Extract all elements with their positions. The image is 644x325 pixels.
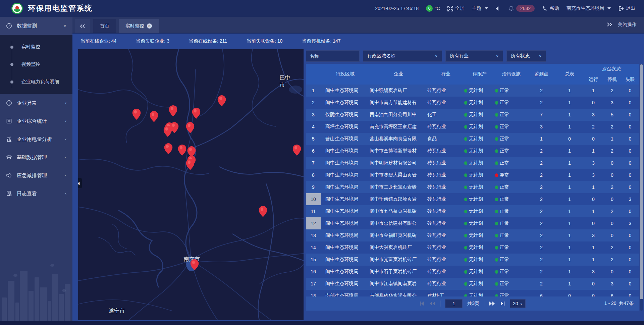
- cell-lost: 0: [621, 205, 639, 217]
- table-row-9[interactable]: 9阆中生态环境局阆中市二龙长宝页岩砖砖瓦行业无计划正常21120: [306, 181, 639, 193]
- map-pin-3[interactable]: [192, 108, 201, 119]
- table-scrollbar[interactable]: [640, 64, 643, 311]
- cell-treatment: 正常: [495, 278, 527, 290]
- table-row-17[interactable]: 17阆中生态环境局阆中市江南镇阆南页岩砖瓦行业无计划正常21030: [306, 278, 639, 290]
- map-pin-9[interactable]: [164, 143, 172, 154]
- tabs-scroll-left-button[interactable]: [75, 19, 90, 33]
- table-row-12[interactable]: 12阆中生态环境局阆中市忠信建材有限公砖瓦行业无计划正常21003: [306, 217, 639, 229]
- table-row-3[interactable]: 3仪陇生态环境局西南油气田分公司川中化工无计划正常71350: [306, 109, 639, 121]
- map-pin-1[interactable]: [150, 111, 158, 122]
- table-row-8[interactable]: 8阆中生态环境局阆中市枣碧大梁山页岩砖瓦行业无计划异常21300: [306, 169, 639, 181]
- sidebar-item-1[interactable]: 企业异常‹: [0, 94, 72, 112]
- cell-stop: 0: [603, 169, 621, 181]
- submenu-item-1[interactable]: 视频监控: [0, 56, 72, 73]
- col-production: 停限产: [464, 64, 495, 85]
- status-filter-select[interactable]: 所有状态∨: [506, 50, 546, 62]
- table-row-14[interactable]: 14阆中生态环境局阆中大兴页岩机砖厂砖瓦行业无计划正常21120: [306, 241, 639, 254]
- cell-industry: 建材|-工: [427, 290, 464, 296]
- map-pin-0[interactable]: [132, 109, 141, 120]
- tab-1-label: 实时监控: [125, 23, 144, 29]
- page-number-input[interactable]: [445, 299, 463, 308]
- sidebar-item-2[interactable]: 企业综合统计‹: [0, 112, 72, 130]
- status-dot-green: [495, 101, 498, 105]
- cell-meters: 0: [555, 133, 584, 145]
- theme-dropdown[interactable]: 主题: [472, 5, 488, 11]
- submenu-item-0[interactable]: 实时监控: [0, 38, 72, 56]
- table-row-7[interactable]: 7阆中生态环境局阆中明阳建材有限公司砖瓦行业无计划正常21300: [306, 157, 639, 169]
- cell-rownum: 2: [306, 97, 321, 109]
- table-row-1[interactable]: 1阆中生态环境局阆中强锐页岩砖厂砖瓦行业无计划正常21120: [306, 85, 639, 97]
- fullscreen-button[interactable]: 全屏: [447, 5, 465, 11]
- logout-button[interactable]: 退出: [618, 5, 635, 11]
- datetime: 2021-02-25 17:46:18: [375, 6, 419, 11]
- table-row-4[interactable]: 4高坪生态环境局南充市高坪区王家店建砖瓦行业无计划正常31220: [306, 121, 639, 133]
- table-row-5[interactable]: 5营山生态环境局营山县润丰肉食品有限食品无计划正常10010: [306, 133, 639, 145]
- megaphone-icon: [6, 172, 12, 178]
- map-pin-16[interactable]: [190, 259, 199, 270]
- table-row-10[interactable]: 10阆中生态环境局阆中千佛镇五郎垭页岩砖瓦行业无计划正常21003: [306, 193, 639, 205]
- cell-production: 无计划: [464, 217, 495, 229]
- cell-treatment: 正常: [495, 145, 527, 157]
- production-label: 无计划: [469, 112, 483, 118]
- scrollbar-thumb[interactable]: [640, 64, 643, 299]
- cell-points: 2: [527, 241, 555, 254]
- cell-meters: 1: [555, 217, 584, 229]
- tab-1[interactable]: 实时监控✕: [119, 19, 159, 33]
- last-page-button[interactable]: [500, 301, 505, 306]
- table-row-15[interactable]: 15阆中生态环境局阆中市光富页岩机砖厂砖瓦行业无计划正常21120: [306, 254, 639, 266]
- cell-meters: 1: [555, 121, 584, 133]
- map-pin-13[interactable]: [186, 159, 194, 170]
- table-row-18[interactable]: 18南部生态环境局南部县砖华水泥有限公建材|-工无计划正常60060: [306, 290, 639, 296]
- caret-down-icon: [485, 7, 488, 9]
- map-pin-4[interactable]: [218, 95, 226, 106]
- table-row-6[interactable]: 6阆中生态环境局阆中市金博瑞新型墙材砖瓦行业无计划正常21120: [306, 145, 639, 157]
- sidebar-item-3[interactable]: 企业用电量分析‹: [0, 130, 72, 148]
- submenu-item-1-label: 视频监控: [21, 61, 40, 67]
- region-filter-select[interactable]: 行政区域名称∨: [363, 50, 442, 62]
- help-button[interactable]: 帮助: [542, 5, 559, 11]
- report-doc-icon: [6, 118, 12, 124]
- map-pin-7[interactable]: [170, 122, 178, 133]
- map-pin-10[interactable]: [178, 145, 186, 156]
- notification-count-badge: 2632: [516, 5, 535, 12]
- map-pin-14[interactable]: [292, 145, 301, 156]
- cell-region: 阆中生态环境局: [321, 254, 370, 266]
- industry-filter-select[interactable]: 所有行业∨: [445, 50, 503, 62]
- mute-button[interactable]: [495, 6, 501, 11]
- user-dropdown[interactable]: 南充市生态环境局: [567, 5, 611, 11]
- prev-page-button[interactable]: [429, 301, 435, 306]
- tabs-scroll-right-button[interactable]: [607, 22, 612, 28]
- table-row-13[interactable]: 13阆中生态环境局阆中市金福旺页岩机砖砖瓦行业无计划正常21300: [306, 229, 639, 241]
- sidebar-item-6[interactable]: 日志查看‹: [0, 184, 72, 203]
- sidebar-item-4[interactable]: 基础数据管理‹: [0, 148, 72, 166]
- map-pin-8[interactable]: [186, 122, 194, 133]
- building-silhouette: [35, 277, 39, 321]
- treatment-label: 正常: [500, 148, 509, 154]
- production-label: 无计划: [469, 172, 483, 178]
- notifications[interactable]: 2632: [508, 5, 535, 12]
- table-row-11[interactable]: 11阆中生态环境局阆中市五马桥页岩机砖砖瓦行业无计划正常21120: [306, 205, 639, 217]
- name-filter-input[interactable]: [306, 50, 360, 62]
- page-size-select[interactable]: 20∨: [510, 299, 526, 308]
- tab-0[interactable]: 首页: [93, 19, 116, 33]
- first-page-button[interactable]: [419, 301, 425, 306]
- map-panel[interactable]: 巴中市南充市遂宁市 ◀: [78, 49, 304, 320]
- table-row-2[interactable]: 2阆中生态环境局阆中市南方节能建材有砖瓦行业无计划正常21030: [306, 97, 639, 109]
- tab-close-icon[interactable]: ✕: [147, 23, 152, 29]
- status-dot-green: [464, 234, 467, 237]
- total-pages-label: 共3页: [467, 301, 479, 307]
- map-collapse-button[interactable]: ◀: [78, 178, 82, 188]
- cell-rownum: 6: [306, 145, 321, 157]
- treatment-label: 正常: [500, 124, 509, 130]
- map-pin-2[interactable]: [169, 105, 177, 116]
- table-row-16[interactable]: 16阆中生态环境局阆中市石子页岩机砖厂砖瓦行业无计划正常21300: [306, 266, 639, 278]
- sidebar-item-5[interactable]: 应急减排管理‹: [0, 166, 72, 184]
- sidebar-item-0[interactable]: 数据监测∨: [0, 17, 72, 35]
- cell-region: 阆中生态环境局: [321, 181, 370, 193]
- submenu-item-2[interactable]: 企业电力负荷明细: [0, 73, 72, 91]
- map-pin-15[interactable]: [259, 206, 267, 217]
- cell-meters: 1: [555, 254, 584, 266]
- next-page-button[interactable]: [489, 301, 495, 306]
- cell-run: 0: [584, 97, 603, 109]
- close-operations-button[interactable]: 关闭操作: [618, 22, 637, 28]
